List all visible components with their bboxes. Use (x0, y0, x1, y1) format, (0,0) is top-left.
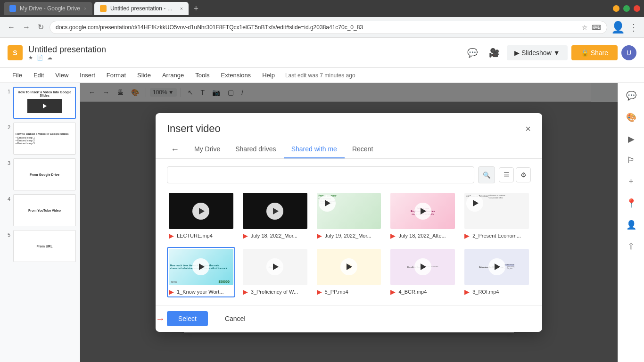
menu-insert[interactable]: Insert (75, 70, 100, 81)
slide-thumb-3[interactable]: 3 From Google Drive (4, 158, 76, 190)
slide-num-5: 5 (4, 232, 10, 238)
video-item-10[interactable]: Determine the ROI per year. YearRevenue … (462, 247, 531, 297)
menu-tools[interactable]: Tools (190, 70, 214, 81)
menu-edit[interactable]: Edit (29, 70, 49, 81)
tab-slides-label: Untitled presentation - Google Sl... (110, 5, 176, 12)
video-info-7: ▶ 3_Proficiency of W... (243, 288, 307, 296)
profile-icon[interactable]: 👤 (611, 21, 625, 34)
tab-slides[interactable]: Untitled presentation - Google Sl... × (94, 2, 189, 15)
chat-button[interactable]: 💬 (463, 44, 481, 62)
slide-thumb-2[interactable]: 2 How to embed a Video in Google Slides … (4, 123, 76, 155)
video-item-1[interactable]: ▶ LECTURE.mp4 (167, 191, 235, 241)
modal-back-button[interactable]: ← (167, 141, 183, 158)
menu-file[interactable]: File (8, 70, 27, 81)
person-icon[interactable]: 👤 (622, 216, 640, 234)
add-to-drive-icon[interactable]: 📄 (37, 55, 43, 61)
slide-thumb-1[interactable]: 1 How To Insert a Video Into Google Slid… (4, 87, 76, 119)
video-file-icon-2: ▶ (243, 232, 248, 239)
share-button[interactable]: 🔒 Share (571, 45, 618, 60)
meet-button[interactable]: 🎥 (485, 44, 503, 62)
star-icon[interactable]: ★ (28, 55, 33, 61)
slide-num-2: 2 (4, 124, 10, 130)
menu-extensions[interactable]: Extensions (216, 70, 256, 81)
modal-close-button[interactable]: × (525, 123, 531, 134)
forward-button[interactable]: → (21, 21, 32, 33)
slideshow-dropdown-icon: ▼ (553, 49, 560, 57)
tab-drive-close[interactable]: × (84, 6, 87, 11)
bookmark-icon[interactable]: ☆ (582, 24, 588, 31)
back-button[interactable]: ← (6, 21, 17, 33)
play-overlay-9 (414, 258, 431, 275)
menu-format[interactable]: Format (102, 70, 131, 81)
video-name-10: 3_ROI.mp4 (472, 289, 499, 295)
video-item-3[interactable]: Present Economy • List of materials• Sel… (315, 191, 383, 241)
cancel-button[interactable]: Cancel (214, 311, 257, 326)
maximize-button[interactable] (623, 5, 630, 12)
menu-view[interactable]: View (50, 70, 73, 81)
slide-thumb-4[interactable]: 4 From YouTube Video (4, 194, 76, 226)
drive-favicon (9, 5, 16, 12)
play-icon-7 (273, 263, 279, 270)
slide-preview-4[interactable]: From YouTube Video (13, 194, 76, 226)
video-name-2: July 18, 2022_Mor... (251, 233, 297, 239)
add-icon[interactable]: + (625, 173, 637, 190)
tab-recent[interactable]: Recent (345, 140, 380, 158)
browser-chrome: My Drive - Google Drive × Untitled prese… (0, 0, 644, 17)
slide-preview-2[interactable]: How to embed a Video in Google Slides • … (13, 123, 76, 155)
modal-tabs: ← My Drive Shared drives Shared with me … (156, 140, 542, 159)
list-view-button[interactable]: ☰ (499, 167, 514, 182)
maps-icon[interactable]: 📍 (622, 194, 640, 212)
video-item-9[interactable]: Benefit to Cost Ratio Public vs Private … (388, 247, 457, 297)
comments-icon[interactable]: 💬 (622, 87, 640, 105)
transitions-icon[interactable]: ▶ (624, 130, 638, 148)
play-overlay-2 (266, 203, 283, 220)
slide-thumb-5[interactable]: 5 From URL (4, 230, 76, 262)
theme-icon[interactable]: 🎨 (622, 108, 640, 126)
video-file-icon-1: ▶ (169, 232, 174, 239)
address-text: docs.google.com/presentation/d/14HEfKzkk… (56, 24, 578, 31)
video-thumb-8: 😐 (317, 249, 381, 285)
slideshow-icon: ▶ (514, 49, 520, 57)
chevron-up-icon[interactable]: ⇧ (624, 238, 638, 255)
menu-help[interactable]: Help (257, 70, 280, 81)
slideshow-button[interactable]: ▶ Slideshow ▼ (507, 45, 568, 60)
minimize-button[interactable] (613, 5, 619, 12)
header-actions: 💬 🎥 ▶ Slideshow ▼ 🔒 Share U (463, 44, 636, 62)
tab-drive[interactable]: My Drive - Google Drive × (4, 2, 92, 15)
menu-arrange[interactable]: Arrange (157, 70, 189, 81)
address-bar[interactable]: docs.google.com/presentation/d/14HEfKzkk… (50, 21, 607, 34)
close-button[interactable] (634, 5, 640, 12)
modal-footer: → Select Cancel (156, 305, 542, 332)
tab-shared-with-me[interactable]: Shared with me (284, 140, 345, 158)
video-info-1: ▶ LECTURE.mp4 (169, 232, 233, 239)
slide-num-1: 1 (4, 89, 10, 94)
tab-shared-drives[interactable]: Shared drives (228, 140, 283, 158)
tab-my-drive[interactable]: My Drive (187, 140, 228, 158)
video-item-6[interactable]: How much does the rock cost was the main… (167, 247, 235, 297)
search-input[interactable] (167, 166, 474, 183)
menu-slide[interactable]: Slide (132, 70, 156, 81)
menu-icon[interactable]: ⋮ (629, 22, 638, 33)
select-button[interactable]: Select (167, 311, 208, 326)
app-title: Untitled presentation (28, 45, 106, 55)
extensions-icon[interactable]: ⌨ (592, 24, 601, 31)
video-item-4[interactable]: 1st LectureEngineering ServicesJuly 18, … (388, 191, 457, 241)
user-avatar[interactable]: U (621, 45, 636, 60)
slide-preview-5[interactable]: From URL (13, 230, 76, 262)
animations-icon[interactable]: 🏳 (623, 152, 639, 169)
cloud-icon[interactable]: ☁ (47, 55, 52, 61)
video-item-2[interactable]: ▶ July 18, 2022_Mor... (241, 191, 309, 241)
slide-preview-1[interactable]: How To Insert a Video Into Google Slides (13, 87, 76, 119)
tab-slides-close[interactable]: × (180, 6, 183, 11)
new-tab-button[interactable]: + (190, 3, 202, 14)
video-file-icon-4: ▶ (390, 232, 396, 239)
video-item-7[interactable]: slides content... ▶ 3_Proficiency of W..… (241, 247, 309, 297)
video-thumb-4: 1st LectureEngineering ServicesJuly 18, … (390, 193, 455, 229)
main-editor: ← → 🖶 🎨 100% ▼ ↖ T 📷 ▢ / How To Insert a… (80, 83, 618, 362)
refresh-button[interactable]: ↻ (36, 21, 46, 33)
video-item-5[interactable]: ent Economy Selections • difference of l… (462, 191, 531, 241)
video-item-8[interactable]: 😐 ▶ 5_PP.mp4 (315, 247, 383, 297)
slide-preview-3[interactable]: From Google Drive (13, 158, 76, 190)
search-button[interactable]: 🔍 (478, 166, 495, 183)
grid-sort-button[interactable]: ⚙ (516, 167, 531, 182)
